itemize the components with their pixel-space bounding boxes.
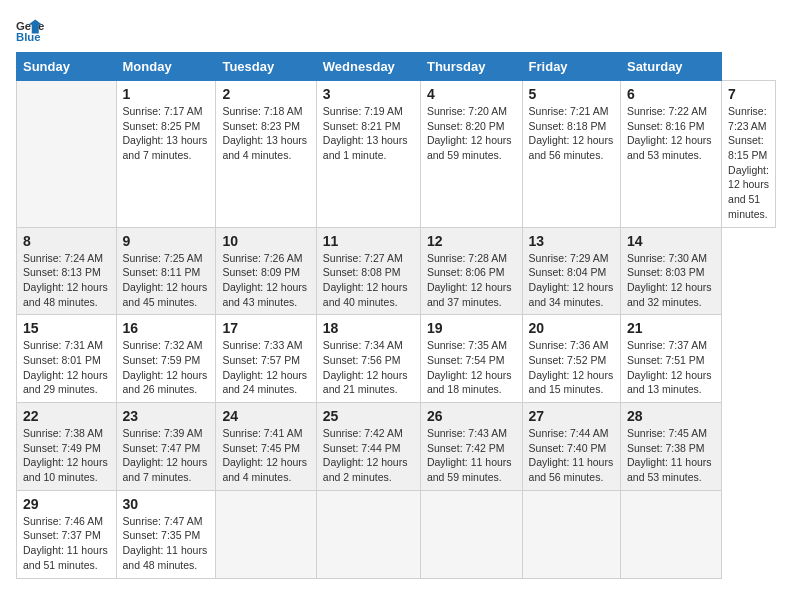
weekday-header-row: SundayMondayTuesdayWednesdayThursdayFrid… [17,53,776,81]
calendar-day-cell: 2 Sunrise: 7:18 AM Sunset: 8:23 PM Dayli… [216,81,316,228]
day-number: 15 [23,320,110,336]
calendar-week-row: 29 Sunrise: 7:46 AM Sunset: 7:37 PM Dayl… [17,490,776,578]
day-number: 9 [123,233,210,249]
calendar-day-cell: 4 Sunrise: 7:20 AM Sunset: 8:20 PM Dayli… [420,81,522,228]
day-info: Sunrise: 7:24 AM Sunset: 8:13 PM Dayligh… [23,251,110,310]
calendar-day-cell [316,490,420,578]
day-info: Sunrise: 7:45 AM Sunset: 7:38 PM Dayligh… [627,426,715,485]
calendar-day-cell: 23 Sunrise: 7:39 AM Sunset: 7:47 PM Dayl… [116,403,216,491]
day-info: Sunrise: 7:41 AM Sunset: 7:45 PM Dayligh… [222,426,309,485]
calendar-day-cell [522,490,620,578]
day-number: 25 [323,408,414,424]
day-number: 6 [627,86,715,102]
day-info: Sunrise: 7:35 AM Sunset: 7:54 PM Dayligh… [427,338,516,397]
weekday-header-wednesday: Wednesday [316,53,420,81]
day-info: Sunrise: 7:36 AM Sunset: 7:52 PM Dayligh… [529,338,614,397]
weekday-header-thursday: Thursday [420,53,522,81]
calendar-day-cell: 18 Sunrise: 7:34 AM Sunset: 7:56 PM Dayl… [316,315,420,403]
calendar-day-cell: 16 Sunrise: 7:32 AM Sunset: 7:59 PM Dayl… [116,315,216,403]
calendar-day-cell: 21 Sunrise: 7:37 AM Sunset: 7:51 PM Dayl… [620,315,721,403]
calendar-day-cell: 8 Sunrise: 7:24 AM Sunset: 8:13 PM Dayli… [17,227,117,315]
day-number: 21 [627,320,715,336]
day-info: Sunrise: 7:25 AM Sunset: 8:11 PM Dayligh… [123,251,210,310]
calendar-day-cell: 20 Sunrise: 7:36 AM Sunset: 7:52 PM Dayl… [522,315,620,403]
day-info: Sunrise: 7:23 AM Sunset: 8:15 PM Dayligh… [728,104,769,222]
page-header: General Blue [16,16,776,44]
day-info: Sunrise: 7:31 AM Sunset: 8:01 PM Dayligh… [23,338,110,397]
calendar-day-cell: 14 Sunrise: 7:30 AM Sunset: 8:03 PM Dayl… [620,227,721,315]
calendar-week-row: 22 Sunrise: 7:38 AM Sunset: 7:49 PM Dayl… [17,403,776,491]
day-number: 3 [323,86,414,102]
day-info: Sunrise: 7:32 AM Sunset: 7:59 PM Dayligh… [123,338,210,397]
day-info: Sunrise: 7:42 AM Sunset: 7:44 PM Dayligh… [323,426,414,485]
day-info: Sunrise: 7:22 AM Sunset: 8:16 PM Dayligh… [627,104,715,163]
calendar-day-cell: 15 Sunrise: 7:31 AM Sunset: 8:01 PM Dayl… [17,315,117,403]
calendar-table: SundayMondayTuesdayWednesdayThursdayFrid… [16,52,776,579]
day-info: Sunrise: 7:44 AM Sunset: 7:40 PM Dayligh… [529,426,614,485]
day-number: 11 [323,233,414,249]
calendar-day-cell: 26 Sunrise: 7:43 AM Sunset: 7:42 PM Dayl… [420,403,522,491]
calendar-day-cell: 12 Sunrise: 7:28 AM Sunset: 8:06 PM Dayl… [420,227,522,315]
day-number: 29 [23,496,110,512]
day-number: 23 [123,408,210,424]
day-info: Sunrise: 7:18 AM Sunset: 8:23 PM Dayligh… [222,104,309,163]
weekday-header-friday: Friday [522,53,620,81]
day-number: 17 [222,320,309,336]
day-number: 18 [323,320,414,336]
calendar-day-cell: 19 Sunrise: 7:35 AM Sunset: 7:54 PM Dayl… [420,315,522,403]
day-number: 1 [123,86,210,102]
day-info: Sunrise: 7:46 AM Sunset: 7:37 PM Dayligh… [23,514,110,573]
day-number: 30 [123,496,210,512]
weekday-header-sunday: Sunday [17,53,117,81]
calendar-day-cell: 28 Sunrise: 7:45 AM Sunset: 7:38 PM Dayl… [620,403,721,491]
svg-text:General: General [16,20,44,32]
logo: General Blue [16,16,44,44]
day-number: 24 [222,408,309,424]
day-number: 27 [529,408,614,424]
day-info: Sunrise: 7:20 AM Sunset: 8:20 PM Dayligh… [427,104,516,163]
calendar-day-cell: 1 Sunrise: 7:17 AM Sunset: 8:25 PM Dayli… [116,81,216,228]
calendar-day-cell: 7 Sunrise: 7:23 AM Sunset: 8:15 PM Dayli… [722,81,776,228]
calendar-week-row: 8 Sunrise: 7:24 AM Sunset: 8:13 PM Dayli… [17,227,776,315]
day-number: 4 [427,86,516,102]
weekday-header-saturday: Saturday [620,53,721,81]
calendar-day-cell: 24 Sunrise: 7:41 AM Sunset: 7:45 PM Dayl… [216,403,316,491]
day-info: Sunrise: 7:37 AM Sunset: 7:51 PM Dayligh… [627,338,715,397]
calendar-day-cell: 5 Sunrise: 7:21 AM Sunset: 8:18 PM Dayli… [522,81,620,228]
day-info: Sunrise: 7:19 AM Sunset: 8:21 PM Dayligh… [323,104,414,163]
calendar-day-cell [620,490,721,578]
day-info: Sunrise: 7:30 AM Sunset: 8:03 PM Dayligh… [627,251,715,310]
day-number: 19 [427,320,516,336]
calendar-week-row: 1 Sunrise: 7:17 AM Sunset: 8:25 PM Dayli… [17,81,776,228]
day-info: Sunrise: 7:33 AM Sunset: 7:57 PM Dayligh… [222,338,309,397]
calendar-day-cell: 17 Sunrise: 7:33 AM Sunset: 7:57 PM Dayl… [216,315,316,403]
day-info: Sunrise: 7:38 AM Sunset: 7:49 PM Dayligh… [23,426,110,485]
day-number: 26 [427,408,516,424]
day-number: 22 [23,408,110,424]
day-info: Sunrise: 7:26 AM Sunset: 8:09 PM Dayligh… [222,251,309,310]
day-number: 16 [123,320,210,336]
calendar-day-cell: 3 Sunrise: 7:19 AM Sunset: 8:21 PM Dayli… [316,81,420,228]
calendar-day-cell [420,490,522,578]
day-info: Sunrise: 7:28 AM Sunset: 8:06 PM Dayligh… [427,251,516,310]
weekday-header-tuesday: Tuesday [216,53,316,81]
calendar-day-cell: 9 Sunrise: 7:25 AM Sunset: 8:11 PM Dayli… [116,227,216,315]
day-info: Sunrise: 7:17 AM Sunset: 8:25 PM Dayligh… [123,104,210,163]
day-info: Sunrise: 7:34 AM Sunset: 7:56 PM Dayligh… [323,338,414,397]
day-info: Sunrise: 7:47 AM Sunset: 7:35 PM Dayligh… [123,514,210,573]
calendar-day-cell: 11 Sunrise: 7:27 AM Sunset: 8:08 PM Dayl… [316,227,420,315]
calendar-day-cell: 6 Sunrise: 7:22 AM Sunset: 8:16 PM Dayli… [620,81,721,228]
day-number: 10 [222,233,309,249]
day-number: 28 [627,408,715,424]
weekday-header-monday: Monday [116,53,216,81]
logo-icon: General Blue [16,16,44,44]
day-number: 2 [222,86,309,102]
day-info: Sunrise: 7:39 AM Sunset: 7:47 PM Dayligh… [123,426,210,485]
calendar-day-cell: 30 Sunrise: 7:47 AM Sunset: 7:35 PM Dayl… [116,490,216,578]
calendar-week-row: 15 Sunrise: 7:31 AM Sunset: 8:01 PM Dayl… [17,315,776,403]
day-number: 5 [529,86,614,102]
calendar-day-cell: 22 Sunrise: 7:38 AM Sunset: 7:49 PM Dayl… [17,403,117,491]
day-number: 13 [529,233,614,249]
calendar-day-cell: 10 Sunrise: 7:26 AM Sunset: 8:09 PM Dayl… [216,227,316,315]
day-info: Sunrise: 7:29 AM Sunset: 8:04 PM Dayligh… [529,251,614,310]
